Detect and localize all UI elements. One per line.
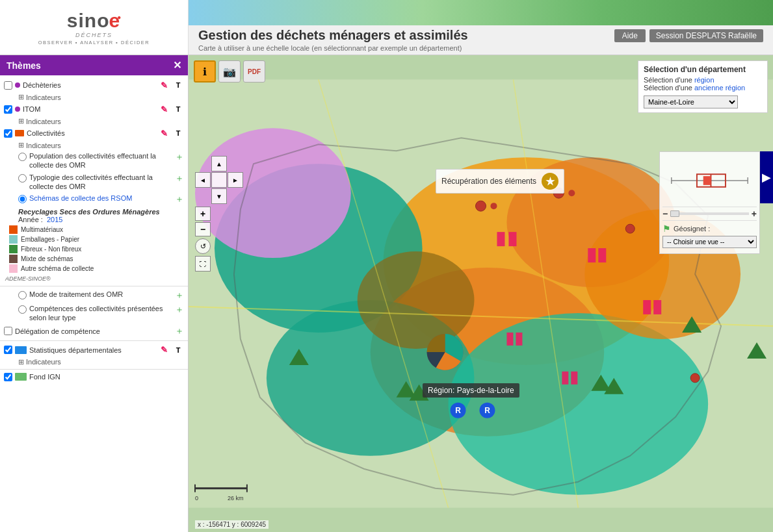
svg-rect-19	[643, 300, 651, 314]
collectivites-checkbox[interactable]	[4, 129, 12, 138]
coordinates-display: x : -156471 y : 6009245	[195, 520, 269, 529]
radio-population-row: Population des collectivités effectuant …	[0, 150, 188, 171]
schemas-add-icon[interactable]: ＋	[175, 194, 184, 205]
rotate-button[interactable]: ↺	[195, 238, 211, 254]
schema-year-link[interactable]: 2015	[47, 216, 62, 223]
nav-up-button[interactable]: ▲	[211, 156, 227, 171]
svg-text:26 km: 26 km	[228, 495, 243, 501]
decheteries-checkbox[interactable]	[4, 81, 12, 90]
radio-typologie[interactable]	[18, 174, 27, 183]
radio-typologie-label: Typologie des collectivités effectuant l…	[29, 173, 172, 192]
department-select[interactable]: Maine-et-Loire Ain Aisne Allier Alpes-de…	[644, 95, 738, 108]
fullscreen-button[interactable]: ⛶	[195, 256, 211, 272]
geosignet-label-row: ⚑ Géosignet :	[662, 223, 757, 234]
title-and-photo: Gestion des déchets ménagers et assimilé…	[189, 0, 773, 55]
zoom-controls: + −	[195, 207, 243, 236]
decheteries-dot	[15, 82, 20, 88]
stats-checkbox[interactable]	[4, 346, 12, 354]
svg-rect-24	[571, 372, 577, 385]
radio-competences-row: Compétences des collectivités présentées…	[0, 303, 188, 324]
map-container[interactable]: R R 0 26 km ℹ 📷 PDF ▲ ◄	[189, 55, 773, 532]
photo-tool-button[interactable]: 📷	[218, 60, 241, 82]
info-tool-button[interactable]: ℹ	[194, 60, 216, 82]
stats-row: Statistiques départementales ✎ T	[0, 343, 188, 357]
stats-t-icon[interactable]: T	[172, 344, 184, 356]
decheteries-label: Déchèteries	[23, 81, 155, 89]
itom-indicators-label: Indicateurs	[26, 118, 61, 125]
geosignet-select[interactable]: -- Choisir une vue --	[662, 236, 757, 248]
indicator-grid-icon: ⊞	[18, 93, 24, 101]
radio-population[interactable]	[18, 153, 27, 161]
sidebar: Thèmes ✕ Déchèteries ✎ T ⊞ Indicateurs I…	[0, 55, 189, 532]
nav-down-button[interactable]: ▼	[211, 188, 227, 204]
zoom-in-button[interactable]: +	[195, 207, 211, 221]
population-add-icon[interactable]: ＋	[175, 151, 184, 163]
header: sin o e ● DÉCHETS OBSERVER ▪ ANALYSER ▪ …	[0, 0, 773, 55]
region-link[interactable]: région	[694, 76, 714, 84]
itom-checkbox[interactable]	[4, 105, 12, 114]
radio-competences-label: Compétences des collectivités présentées…	[29, 304, 172, 323]
svg-rect-52	[703, 176, 711, 185]
competences-add-icon[interactable]: ＋	[175, 304, 184, 316]
fond-ign-checkbox[interactable]	[4, 373, 12, 381]
aide-button[interactable]: Aide	[614, 29, 646, 42]
ancienne-region-link[interactable]: ancienne région	[694, 84, 745, 92]
svg-point-37	[690, 374, 700, 383]
zoom-slider-track	[670, 212, 749, 215]
map-toolbar: ℹ 📷 PDF	[194, 60, 265, 82]
zoom-bar: − +	[662, 207, 757, 220]
indicator-grid-icon3: ⊞	[18, 141, 24, 149]
themes-close-button[interactable]: ✕	[173, 59, 181, 71]
radio-schemas[interactable]	[18, 195, 27, 203]
svg-text:R: R	[484, 406, 490, 415]
pdf-tool-button[interactable]: PDF	[243, 60, 265, 82]
mode-add-icon[interactable]: ＋	[175, 290, 184, 301]
itom-t-icon[interactable]: T	[172, 103, 184, 115]
themes-header: Thèmes ✕	[0, 55, 188, 75]
nav-right-button[interactable]: ►	[228, 172, 243, 188]
boxplot-area	[662, 155, 757, 207]
play-button[interactable]: ▶	[760, 151, 773, 203]
legend-section: Multimatériaux Emballages - Papier Fibre…	[0, 225, 188, 273]
pie-chart	[427, 334, 464, 370]
typologie-add-icon[interactable]: ＋	[175, 173, 184, 184]
itom-label: ITOM	[23, 105, 155, 113]
radio-mode[interactable]	[18, 291, 27, 299]
legend-item-1: Emballages - Papier	[0, 234, 188, 244]
themes-title: Thèmes	[7, 60, 41, 71]
legend-item-3: Mixte de schémas	[0, 254, 188, 264]
itom-dot	[15, 107, 20, 112]
zoom-slider-handle[interactable]	[670, 210, 679, 217]
svg-rect-18	[598, 248, 606, 262]
decheteries-edit-icon[interactable]: ✎	[158, 79, 170, 91]
map-zoom-plus[interactable]: +	[752, 209, 757, 219]
logo-area: sin o e ● DÉCHETS OBSERVER ▪ ANALYSER ▪ …	[0, 0, 189, 55]
title-bar: Gestion des déchets ménagers et assimilé…	[189, 25, 773, 55]
stats-edit-icon[interactable]: ✎	[158, 344, 170, 356]
legend-label-2: Fibreux - Non fibreux	[21, 246, 81, 253]
stats-icon	[15, 346, 27, 354]
session-button[interactable]: Session DESPLATS Rafaëlle	[649, 29, 763, 42]
radio-competences[interactable]	[18, 305, 27, 314]
svg-point-33	[490, 203, 497, 209]
nav-center-button[interactable]	[211, 172, 227, 188]
radio-mode-label: Mode de traitement des OMR	[29, 290, 123, 299]
radio-population-label: Population des collectivités effectuant …	[29, 151, 172, 170]
logo-text: sin	[67, 10, 97, 32]
delegation-checkbox[interactable]	[4, 327, 12, 335]
selection-title: Sélection d'un département	[644, 65, 762, 74]
legend-label-0: Multimatériaux	[21, 226, 63, 233]
collectivites-t-icon[interactable]: T	[172, 127, 184, 139]
itom-edit-icon[interactable]: ✎	[158, 103, 170, 115]
nav-left-button[interactable]: ◄	[195, 172, 211, 188]
collectivites-label: Collectivités	[27, 129, 155, 137]
legend-label-3: Mixte de schémas	[21, 255, 73, 262]
map-zoom-minus[interactable]: −	[662, 209, 668, 219]
delegation-add-icon[interactable]: ＋	[175, 325, 184, 337]
decheteries-t-icon[interactable]: T	[172, 79, 184, 91]
collectivites-edit-icon[interactable]: ✎	[158, 127, 170, 139]
zoom-out-button[interactable]: −	[195, 222, 211, 236]
geosignet-section: ⚑ Géosignet : -- Choisir une vue --	[662, 220, 757, 251]
itom-row: ITOM ✎ T	[0, 102, 188, 116]
svg-point-35	[568, 190, 575, 196]
